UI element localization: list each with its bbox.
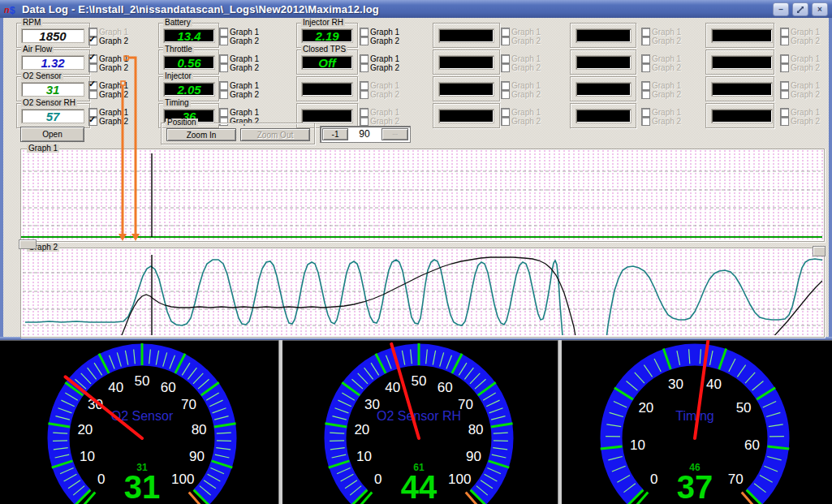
svg-text:$: $ xyxy=(10,5,15,15)
graph1-hscroll-handle[interactable] xyxy=(19,239,37,249)
graph1-checkbox-col6-row4 xyxy=(780,108,789,117)
position-value-field[interactable]: 90 xyxy=(351,128,378,139)
graph1-checkbox-label-col4-row1: Graph 1 xyxy=(511,28,541,37)
graph2-checkbox-col4-row2 xyxy=(501,63,510,72)
gauge-value: 44 xyxy=(401,469,438,504)
checkmark-icon: ✓ xyxy=(88,79,96,89)
gauge-scale-number: 50 xyxy=(412,373,427,389)
gauge-title-label: Timing xyxy=(675,409,713,423)
gauge-scale-number: 80 xyxy=(468,422,484,437)
restore-button[interactable] xyxy=(792,2,808,16)
graph1-checkbox-throttle[interactable] xyxy=(219,54,228,63)
graph1-checkbox-closed-tps[interactable] xyxy=(360,54,369,63)
position-scroll-button[interactable]: ⋯ xyxy=(382,128,408,140)
graph2-checkbox-o2-sensor[interactable] xyxy=(88,90,97,99)
graph1-checkbox-col4-row1 xyxy=(501,28,510,37)
graph1-checkbox-label-col6-row1: Graph 1 xyxy=(791,28,820,37)
graph1-checkbox-col4-row3 xyxy=(501,81,510,90)
graph2-checkbox-label-col3-row4: Graph 2 xyxy=(370,118,399,126)
gauge-scale-number: 60 xyxy=(744,437,760,453)
graph2-checkbox-throttle[interactable] xyxy=(219,63,228,72)
open-button[interactable]: Open xyxy=(20,127,84,142)
graph2-checkbox-label-rpm: Graph 2 xyxy=(99,37,128,45)
param-display-o2-sensor: 31 xyxy=(21,82,84,97)
graph2-checkbox-col6-row1 xyxy=(780,37,789,45)
close-button[interactable]: × xyxy=(812,2,828,16)
graph2-checkbox-col3-row3 xyxy=(360,90,369,99)
graph1-checkbox-injector[interactable] xyxy=(219,81,228,90)
param-display-injector: 2.05 xyxy=(163,82,215,97)
graph2-checkbox-o2-sensor-rh[interactable]: ✓ xyxy=(88,117,97,126)
graph1-checkbox-col3-row3 xyxy=(360,81,369,90)
checkmark-icon: ✓ xyxy=(88,114,96,125)
graph2-checkbox-label-injector: Graph 2 xyxy=(230,91,259,99)
graph1-checkbox-col5-row4 xyxy=(641,108,650,117)
graph1-checkbox-label-col5-row4: Graph 1 xyxy=(652,109,681,117)
param-display-injector-rh: 2.19 xyxy=(301,28,353,43)
param-display-col6-row2 xyxy=(711,55,773,70)
graph1-checkbox-label-col6-row3: Graph 1 xyxy=(791,82,820,90)
graph1-checkbox-label-col3-row3: Graph 1 xyxy=(370,82,399,90)
gauge-scale-number: 40 xyxy=(385,380,400,395)
graph2-checkbox-battery[interactable] xyxy=(219,37,228,45)
graph2-checkbox-label-o2-sensor-rh: Graph 2 xyxy=(99,118,128,126)
graph2-plot-area[interactable]: Graph 2 xyxy=(20,248,825,338)
graph1-checkbox-label-o2-sensor-rh: Graph 1 xyxy=(99,109,128,117)
graph2-checkbox-col4-row3 xyxy=(501,90,510,99)
param-label-injector: Injector xyxy=(163,72,193,80)
graph2-checkbox-label-col4-row4: Graph 2 xyxy=(511,118,541,126)
gauge-scale-number: 0 xyxy=(650,472,657,487)
graph2-checkbox-label-col6-row2: Graph 2 xyxy=(791,64,820,72)
param-label-injector-rh: Injector RH xyxy=(301,19,345,27)
graph2-checkbox-label-col4-row1: Graph 2 xyxy=(511,37,541,45)
zoom-in-button[interactable]: Zoom In xyxy=(166,128,236,141)
graph1-checkbox-battery[interactable] xyxy=(219,28,228,37)
param-label-air-flow: Air Flow xyxy=(21,45,54,54)
window-controls: – × xyxy=(773,2,828,16)
gauge-minor-tick xyxy=(217,441,231,442)
restore-icon xyxy=(796,6,804,14)
graph2-checkbox-label-col6-row3: Graph 2 xyxy=(791,91,820,99)
graph1-checkbox-timing[interactable] xyxy=(219,108,228,117)
gauge-scale-number: 0 xyxy=(374,472,382,487)
position-step-button[interactable]: -1 xyxy=(322,128,348,140)
graph2-checkbox-closed-tps[interactable] xyxy=(360,63,369,72)
graph1-checkbox-o2-sensor[interactable]: ✓ xyxy=(88,81,97,90)
graph1-checkbox-injector-rh[interactable] xyxy=(360,28,369,37)
o2-oscillation-trace xyxy=(25,259,822,335)
graph1-plot-area[interactable]: Graph 1 xyxy=(20,149,825,242)
gauge-value: 31 xyxy=(124,469,161,504)
graph2-checkbox-label-col5-row1: Graph 2 xyxy=(652,37,681,45)
param-display-col4-row3 xyxy=(438,82,494,97)
graph2-checkbox-air-flow[interactable] xyxy=(88,63,97,72)
graph2-checkbox-label-throttle: Graph 2 xyxy=(230,64,259,72)
param-display-col5-row3 xyxy=(576,82,632,97)
gauge-scale-number: 20 xyxy=(77,422,93,437)
checkmark-icon: ✓ xyxy=(88,52,96,62)
graph2-hscroll-handle[interactable] xyxy=(813,246,826,256)
graph2-checkbox-col5-row4 xyxy=(641,117,650,126)
minimize-button[interactable]: – xyxy=(773,2,789,16)
graph2-checkbox-col4-row1 xyxy=(501,37,510,45)
checkmark-icon: ✓ xyxy=(88,34,96,45)
graph2-checkbox-rpm[interactable]: ✓ xyxy=(88,37,97,45)
gauge-minor-tick xyxy=(53,441,67,442)
graph2-checkbox-col6-row4 xyxy=(780,117,789,126)
graph2-checkbox-injector[interactable] xyxy=(219,90,228,99)
gauge-scale-number: 20 xyxy=(354,422,369,437)
graph1-checkbox-air-flow[interactable]: ✓ xyxy=(88,54,97,63)
param-label-battery: Battery xyxy=(163,19,192,27)
title-bar[interactable]: n $ Data Log - E:\Install_2\nissandatasc… xyxy=(0,0,832,18)
graph2-checkbox-label-col6-row4: Graph 2 xyxy=(791,118,820,126)
graph2-checkbox-col3-row4 xyxy=(360,117,369,126)
gauge-o2-sensor: 0102030405060708090100O2 Sensor3131 xyxy=(0,340,278,504)
param-display-battery: 13.4 xyxy=(163,28,215,43)
graph2-checkbox-label-col4-row2: Graph 2 xyxy=(511,64,541,72)
graph2-checkbox-injector-rh[interactable] xyxy=(360,37,369,45)
graph1-checkbox-label-timing: Graph 1 xyxy=(230,109,259,117)
zoom-out-button: Zoom Out xyxy=(240,128,310,141)
gauge-minor-tick xyxy=(330,441,344,442)
graph2-checkbox-label-col5-row4: Graph 2 xyxy=(652,118,681,126)
gauge-minor-tick xyxy=(494,441,508,442)
gauge-scale-number: 40 xyxy=(706,377,722,392)
